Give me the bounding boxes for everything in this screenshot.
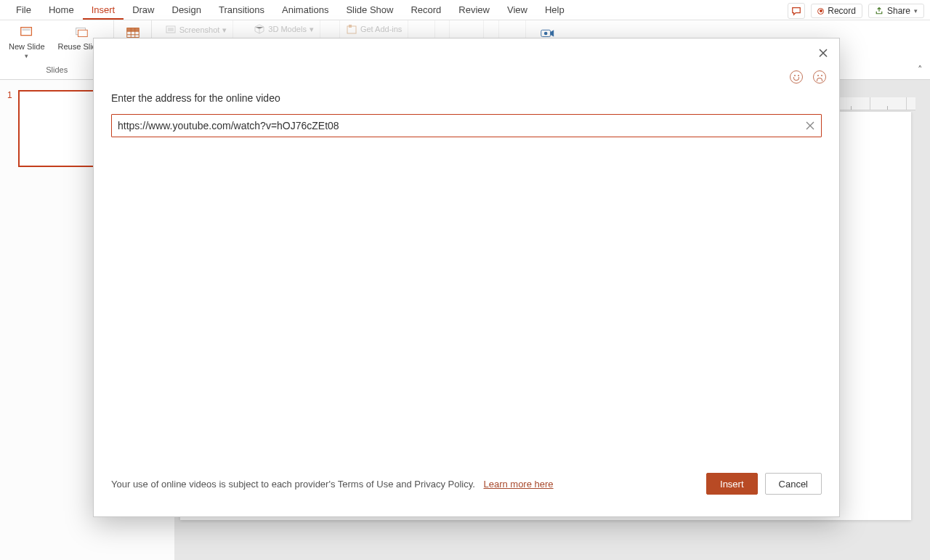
tab-draw[interactable]: Draw (124, 1, 163, 20)
screenshot-icon (165, 24, 177, 36)
screenshot-button[interactable]: Screenshot▾ (165, 23, 227, 36)
record-button[interactable]: Record (811, 4, 862, 18)
comments-button[interactable] (788, 3, 805, 19)
new-slide-label: New Slide (9, 42, 45, 51)
dialog-close-button[interactable] (814, 44, 832, 62)
record-dot-icon (817, 8, 824, 15)
feedback-sad[interactable] (813, 70, 826, 84)
svg-rect-9 (168, 28, 174, 31)
svg-rect-0 (21, 28, 32, 36)
slide-number: 1 (7, 90, 12, 100)
screenshot-label: Screenshot (179, 25, 220, 34)
3d-models-label: 3D Models (268, 25, 307, 33)
3d-models-button[interactable]: 3D Models▾ (254, 23, 314, 35)
tab-design[interactable]: Design (163, 1, 210, 20)
online-video-dialog: Enter the address for the online video Y… (93, 38, 840, 517)
share-icon (875, 7, 884, 15)
tab-animations[interactable]: Animations (273, 1, 337, 20)
record-label: Record (828, 6, 856, 16)
chevron-down-icon: ▾ (914, 7, 918, 15)
svg-rect-5 (126, 28, 139, 32)
feedback-buttons (790, 70, 826, 84)
reuse-slides-icon (72, 25, 91, 41)
get-addins-label: Get Add-ins (360, 25, 402, 33)
url-field[interactable] (111, 114, 822, 137)
close-icon (805, 121, 815, 131)
clear-input-button[interactable] (805, 121, 815, 131)
learn-more-link[interactable]: Learn more here (483, 479, 553, 490)
cube-icon (254, 23, 265, 35)
tab-home[interactable]: Home (40, 1, 83, 20)
share-button[interactable]: Share ▾ (868, 4, 924, 18)
terms-label: Your use of online videos is subject to … (111, 479, 475, 490)
terms-text: Your use of online videos is subject to … (111, 479, 554, 490)
group-slides-label: Slides (46, 65, 68, 76)
tab-insert[interactable]: Insert (83, 1, 124, 20)
close-icon (818, 48, 828, 58)
comment-icon (791, 6, 801, 16)
new-slide-icon (17, 25, 36, 41)
svg-rect-3 (78, 30, 87, 36)
svg-point-35 (544, 32, 548, 36)
tab-slideshow[interactable]: Slide Show (337, 1, 402, 20)
get-addins-button[interactable]: Get Add-ins (346, 23, 402, 35)
tab-transitions[interactable]: Transitions (210, 1, 273, 20)
dialog-label: Enter the address for the online video (111, 92, 822, 104)
share-label: Share (887, 6, 910, 16)
new-slide-button[interactable]: New Slide ▾ (6, 23, 48, 61)
tab-view[interactable]: View (498, 1, 536, 20)
tab-file[interactable]: File (7, 1, 40, 20)
svg-rect-18 (349, 25, 352, 28)
chevron-down-icon: ▾ (25, 52, 28, 60)
collapse-ribbon[interactable]: ˄ (918, 64, 923, 75)
insert-button[interactable]: Insert (706, 473, 758, 495)
tab-review[interactable]: Review (450, 1, 498, 20)
feedback-happy[interactable] (790, 70, 803, 84)
tab-help[interactable]: Help (536, 1, 573, 20)
tab-record[interactable]: Record (402, 1, 450, 20)
title-right-controls: Record Share ▾ (788, 3, 924, 19)
svg-rect-1 (22, 29, 30, 31)
addins-icon (346, 23, 357, 35)
url-input[interactable] (118, 120, 805, 131)
cancel-button[interactable]: Cancel (765, 473, 822, 495)
